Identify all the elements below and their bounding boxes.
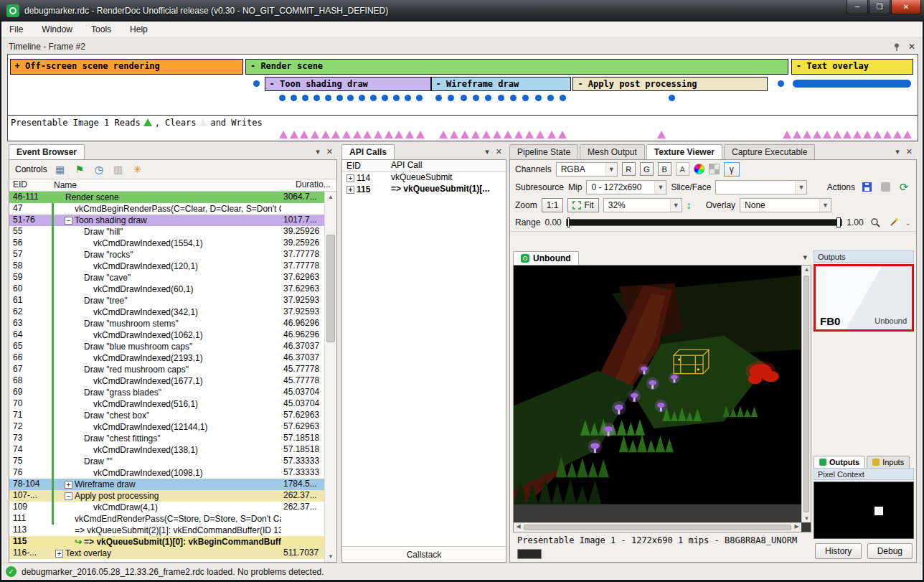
close-button[interactable]: ✕ (891, 0, 921, 14)
event-row[interactable]: 63Draw "mushroom stems"46.96296 (9, 318, 324, 329)
event-row[interactable]: 68vkCmdDrawIndexed(1677,1)45.77778 (9, 375, 324, 387)
expander-icon[interactable]: + (346, 186, 354, 194)
event-row[interactable]: 116-...+Text overlay511.7037 (9, 548, 324, 559)
zoom-1to1-button[interactable]: 1:1 (542, 198, 564, 212)
zoom-dropdown[interactable]: 32% ▼ (603, 198, 682, 212)
timeline-event-dot[interactable] (302, 95, 308, 101)
write-triangle-icon[interactable] (321, 131, 330, 139)
timeline-event-dot[interactable] (325, 95, 331, 101)
api-calls-close-icon[interactable]: ✕ (496, 147, 502, 156)
timeline-event-dot[interactable] (336, 95, 343, 101)
write-triangle-icon[interactable] (783, 131, 791, 139)
event-row[interactable]: 75Draw ""57.33333 (9, 456, 324, 467)
stats-icon[interactable]: ▥ (112, 163, 125, 176)
clock-icon[interactable]: ◷ (93, 163, 105, 176)
timeline-marker-wireframe-draw[interactable]: - Wireframe draw (431, 77, 571, 91)
timeline-event-dot[interactable] (778, 80, 784, 87)
write-triangle-icon[interactable] (883, 131, 892, 139)
timeline-event-dot[interactable] (382, 95, 388, 101)
event-row[interactable]: 51-76−Toon shading draw1017.7... (9, 215, 324, 226)
expander-icon[interactable]: + (346, 174, 354, 182)
write-triangle-icon[interactable] (514, 131, 523, 139)
event-row[interactable]: 111vkCmdEndRenderPass(C=Store, D=Store, … (9, 513, 324, 525)
event-row[interactable]: 58vkCmdDrawIndexed(120,1)37.77778 (9, 261, 324, 272)
range-max-value[interactable]: 1.00 (847, 217, 863, 227)
event-row[interactable]: 56vkCmdDrawIndexed(1554,1)39.25926 (9, 238, 324, 249)
texture-display[interactable]: ▲ ▼ ◀ ▶ (513, 265, 811, 532)
texture-tab-list-icon[interactable]: ▾ (803, 253, 807, 262)
event-row[interactable]: 67Draw "red mushroom caps"45.77778 (9, 364, 324, 375)
write-triangle-icon[interactable] (363, 131, 372, 139)
event-row[interactable]: 55Draw "hill"39.25926 (9, 226, 324, 238)
api-calls-menu-icon[interactable]: ▾ (485, 147, 489, 156)
timeline-event-dot[interactable] (522, 95, 529, 101)
pixel-context-view[interactable] (814, 482, 914, 539)
event-row[interactable]: 76vkCmdDrawIndexed(1098,1)57.33333 (9, 467, 324, 479)
autofit-wand-icon[interactable] (887, 215, 901, 230)
right-panel-menu-icon[interactable]: ▾ (895, 147, 900, 156)
timeline-overlay-bar[interactable] (793, 80, 911, 88)
column-name[interactable]: Name (50, 179, 293, 191)
checkerboard-icon[interactable] (709, 164, 720, 174)
write-triangle-icon[interactable] (279, 131, 288, 139)
event-row[interactable]: 107-...−Apply post processing262.37... (9, 490, 324, 502)
write-triangle-icon[interactable] (405, 131, 414, 139)
event-row[interactable]: 78-104+Wireframe draw1784.5... (9, 479, 324, 490)
timeline-marker-apply-post-processing[interactable]: - Apply post processing (572, 77, 767, 91)
timeline-event-dot[interactable] (535, 95, 542, 101)
flip-y-icon[interactable]: ↕ (687, 200, 692, 211)
timeline-event-dot[interactable] (279, 95, 286, 101)
write-triangle-icon[interactable] (439, 131, 448, 139)
menu-tools[interactable]: Tools (82, 22, 121, 37)
toolbar-overflow-icon[interactable]: ⌄ (905, 219, 911, 227)
write-triangle-icon[interactable] (873, 131, 882, 139)
scroll-thumb[interactable] (803, 276, 809, 512)
timeline-event-dot[interactable] (461, 95, 467, 101)
pin-icon[interactable] (893, 43, 901, 51)
menu-window[interactable]: Window (32, 22, 82, 37)
write-triangle-icon[interactable] (353, 131, 362, 139)
event-row[interactable]: 61Draw "tree"37.92593 (9, 295, 324, 306)
api-call-row[interactable]: +115=> vkQueueSubmit(1)[... (342, 184, 506, 195)
write-triangle-icon[interactable] (331, 131, 340, 139)
tab-texture-viewer[interactable]: Texture Viewer (646, 144, 722, 160)
timeline-marker-text-overlay[interactable]: - Text overlay (791, 59, 913, 75)
zoom-range-icon[interactable] (868, 215, 882, 230)
scroll-up-icon[interactable]: ▲ (802, 266, 811, 273)
write-triangle-icon[interactable] (290, 131, 298, 139)
timeline-event-dot[interactable] (510, 95, 517, 101)
range-min-value[interactable]: 0.00 (544, 217, 561, 227)
texture-hscrollbar[interactable]: ◀ ▶ (514, 522, 801, 532)
write-triangle-icon[interactable] (833, 131, 842, 139)
expander-icon[interactable]: − (65, 217, 72, 225)
filter-icon[interactable]: ▦ (54, 163, 67, 176)
overlay-dropdown[interactable]: None ▼ (740, 198, 831, 212)
write-triangle-icon[interactable] (416, 131, 425, 139)
timeline-event-dot[interactable] (448, 95, 454, 101)
event-row[interactable]: 69Draw "grass blades"45.03704 (9, 387, 324, 398)
write-triangle-icon[interactable] (493, 131, 501, 139)
minimize-button[interactable]: ─ (847, 0, 868, 14)
timeline-marker-render-scene[interactable]: - Render scene (245, 59, 788, 75)
debug-button[interactable]: Debug (867, 543, 913, 559)
channel-r-button[interactable]: R (622, 162, 636, 176)
event-row[interactable]: 59Draw "cave"37.62963 (9, 272, 324, 283)
event-row[interactable]: 62vkCmdDrawIndexed(342,1)37.92593 (9, 306, 324, 318)
write-triangle-icon[interactable] (863, 131, 872, 139)
timeline-event-dot[interactable] (416, 95, 423, 101)
settings-icon[interactable]: ✳ (131, 163, 144, 176)
event-browser-close-icon[interactable]: ✕ (326, 147, 333, 156)
write-triangle-icon[interactable] (657, 131, 666, 139)
timeline-event-dot[interactable] (547, 95, 554, 101)
write-triangle-icon[interactable] (525, 131, 534, 139)
expander-icon[interactable]: + (65, 481, 72, 489)
write-triangle-icon[interactable] (843, 131, 852, 139)
write-triangle-icon[interactable] (342, 131, 351, 139)
timeline-event-dot[interactable] (435, 95, 442, 101)
range-slider[interactable] (566, 219, 843, 226)
api-call-row[interactable]: +114vkQueueSubmit (342, 172, 506, 184)
callstack-bar[interactable]: Callstack (342, 546, 506, 562)
maximize-button[interactable]: ❐ (869, 0, 890, 14)
tab-mesh-output[interactable]: Mesh Output (580, 144, 645, 159)
flag-icon[interactable]: ⚑ (73, 163, 86, 176)
